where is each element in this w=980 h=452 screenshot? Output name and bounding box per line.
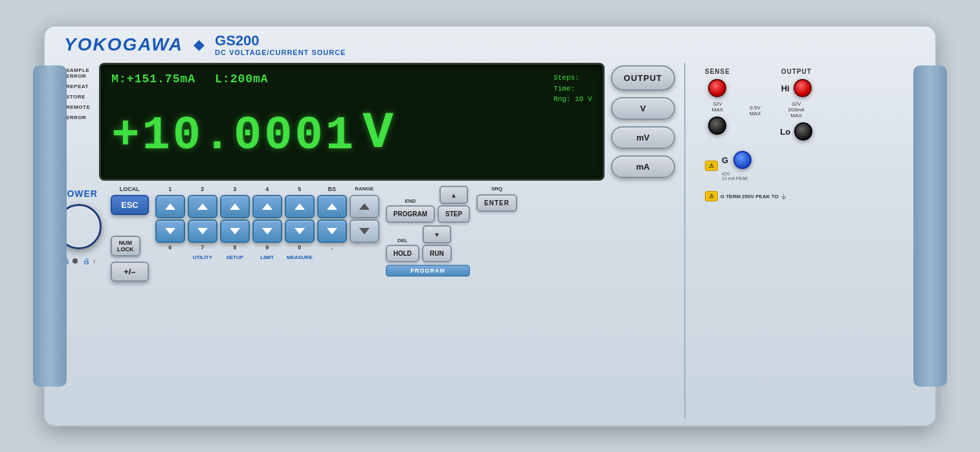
label-remote: REMOTE (66, 104, 90, 110)
svg-marker-13 (359, 228, 370, 234)
panel-left: SAMPLEERROR REPEAT STORE REMOTE (54, 63, 675, 419)
step-up-button[interactable]: ▲ (440, 186, 468, 204)
sense-label: SENSE (705, 68, 730, 75)
v-button[interactable]: V (611, 97, 675, 120)
sense-hi-terminal[interactable] (708, 79, 726, 97)
sense-lo-terminal[interactable] (708, 117, 726, 135)
panel-separator (684, 63, 685, 419)
key-range-down[interactable] (350, 220, 379, 243)
key-3-up[interactable] (220, 195, 250, 218)
display-steps-info: Steps: Time: Rng: 10 V (553, 73, 592, 105)
warning-text: G TERM 250V PEAK TO (720, 194, 779, 199)
model-info: GS200 DC VOLTAGE/CURRENT SOURCE (215, 33, 346, 56)
lo-label: Lo (780, 127, 790, 137)
key-4-up[interactable] (252, 195, 282, 218)
output-hi-terminal[interactable] (794, 79, 812, 97)
mv-button[interactable]: mV (611, 126, 675, 149)
program-top-row: END PROGRAM ▲ STEP (386, 186, 470, 223)
program-bar: PROGRAM (386, 265, 470, 277)
svg-marker-0 (165, 203, 175, 210)
peak-spec: 42V10 mA PEAK (722, 172, 752, 181)
svg-marker-2 (197, 203, 208, 210)
key-1-down[interactable] (155, 220, 185, 243)
key-sub-limit: LIMIT (260, 254, 274, 262)
ma-button[interactable]: mA (611, 155, 675, 178)
key-bs-up[interactable] (317, 195, 347, 218)
display-l-value: L:200mA (215, 73, 269, 105)
key-bottom-2: 7 (201, 244, 204, 252)
g-terminal[interactable] (733, 151, 752, 169)
brand-logo: YOKOGAWA (64, 34, 183, 55)
esc-section: LOCAL ESC NUMLOCK +/– (111, 186, 149, 282)
label-store: STORE (66, 94, 85, 100)
srq-enter-col: SRQ ENTER (476, 186, 517, 212)
key-range-up[interactable] (350, 195, 379, 218)
hold-button[interactable]: HOLD (386, 245, 419, 262)
panel-right: SENSE 32VMAX 0.5VMAX (695, 63, 926, 419)
mid-spec1: 0.5VMAX (750, 105, 761, 117)
del-label: DEL (397, 238, 408, 243)
warning-badge-1: ⚠ (705, 161, 718, 171)
display-m-value: M:+151.75mA (111, 73, 195, 105)
key-2-up[interactable] (188, 195, 217, 218)
output-spec: 32V200mAMAX (788, 101, 805, 119)
svg-marker-7 (262, 228, 273, 234)
num-lock-button[interactable]: NUMLOCK (111, 236, 140, 256)
svg-marker-12 (359, 203, 370, 210)
key-col-bs: BS . (317, 186, 347, 262)
key-top-5: 5 (298, 186, 301, 194)
key-col-5: 5 0 MEASURE (285, 186, 315, 262)
steps-label: Steps: (553, 73, 592, 84)
run-button[interactable]: RUN (422, 245, 452, 262)
output-lo-terminal[interactable] (794, 122, 812, 141)
g-label: G (722, 155, 728, 165)
step-button[interactable]: STEP (438, 205, 470, 223)
key-4-down[interactable] (252, 220, 282, 243)
key-bottom-5: 0 (298, 244, 301, 252)
display-unit: V (362, 107, 396, 159)
local-label: LOCAL (111, 186, 149, 192)
svg-marker-6 (262, 203, 273, 210)
key-col-3: 3 8 SETUP (220, 186, 250, 262)
key-col-4: 4 9 LIMIT (252, 186, 282, 262)
key-top-4: 4 (265, 186, 269, 194)
hi-label: Hi (781, 84, 790, 93)
svg-marker-9 (295, 228, 305, 234)
key-top-2: 2 (201, 186, 204, 194)
time-label: Time: (553, 84, 592, 95)
key-sub-measure: MEASURE (287, 254, 313, 262)
key-bottom-4: 9 (265, 244, 269, 252)
program-button[interactable]: PROGRAM (386, 205, 435, 223)
handle-left (33, 65, 67, 387)
warning-badge-2: ⚠ (705, 191, 718, 201)
plus-minus-button[interactable]: +/– (111, 262, 149, 282)
display-top-row: M:+151.75mA L:200mA Steps: Time: Rng: 10… (111, 73, 592, 105)
key-5-down[interactable] (285, 220, 315, 243)
model-name: GS200 (215, 33, 346, 49)
output-button[interactable]: OUTPUT (611, 65, 675, 91)
main-body: SAMPLEERROR REPEAT STORE REMOTE (45, 59, 935, 425)
display-screen: M:+151.75mA L:200mA Steps: Time: Rng: 10… (99, 63, 604, 181)
key-bs-down[interactable] (317, 220, 347, 243)
esc-button[interactable]: ESC (111, 195, 149, 215)
enter-button[interactable]: ENTER (476, 194, 517, 212)
step-down-button[interactable]: ▼ (423, 225, 451, 243)
key-5-up[interactable] (285, 195, 315, 218)
svg-marker-11 (327, 228, 337, 234)
display-right-controls: OUTPUT V mV mA (611, 63, 675, 181)
key-col-2: 2 7 UTILITY (188, 186, 217, 262)
svg-marker-8 (295, 203, 305, 210)
key-bottom-1: 6 (168, 244, 172, 252)
key-3-down[interactable] (220, 220, 250, 243)
key-top-1: 1 (168, 186, 172, 194)
key-col-range: RANGE (350, 186, 379, 262)
key-top-3: 3 (233, 186, 236, 194)
key-bottom-3: 8 (233, 244, 236, 252)
numeric-keys-grid: 1 6 2 (155, 186, 379, 262)
program-section: END PROGRAM ▲ STEP DEL HOLD (386, 186, 470, 277)
brand-diamond: ◆ (194, 36, 205, 53)
instrument-body: YOKOGAWA ◆ GS200 DC VOLTAGE/CURRENT SOUR… (43, 25, 937, 427)
key-2-down[interactable] (188, 220, 217, 243)
key-1-up[interactable] (155, 195, 185, 218)
svg-marker-4 (230, 203, 240, 210)
